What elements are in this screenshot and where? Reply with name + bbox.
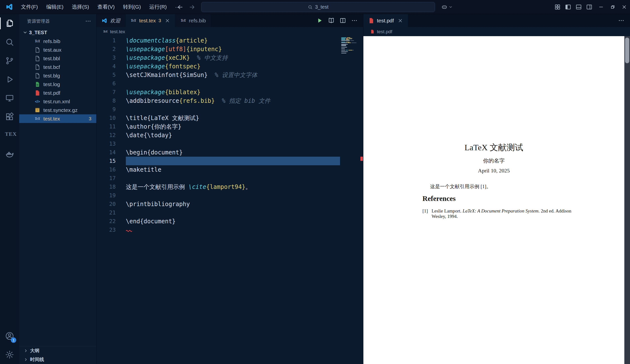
- tab-欢迎[interactable]: 欢迎: [96, 14, 126, 27]
- code-line-text: \author{你的名字}: [116, 123, 182, 131]
- tex-file-icon: TeX: [34, 38, 40, 44]
- code-lines: 1\documentclass{article}2\usepackage[utf…: [96, 36, 342, 234]
- panel-left-icon[interactable]: [565, 4, 572, 10]
- code-line-11[interactable]: 11\author{你的名字}: [96, 122, 342, 131]
- copilot-icon[interactable]: [441, 4, 448, 10]
- pdf-scrollbar-thumb[interactable]: [625, 38, 629, 63]
- tree-item-test.blg[interactable]: test.blg: [19, 71, 96, 80]
- command-center[interactable]: 3_test: [201, 2, 435, 12]
- file-name: test.pdf: [43, 90, 60, 96]
- code-line-19[interactable]: 19: [96, 191, 342, 200]
- code-line-2[interactable]: 2\usepackage[utf8]{inputenc}: [96, 45, 342, 53]
- panel-right-icon[interactable]: [586, 4, 592, 10]
- activity-item-explorer[interactable]: [0, 14, 19, 33]
- breadcrumb[interactable]: test.pdf: [364, 27, 630, 36]
- activity-item-settings[interactable]: [0, 345, 19, 364]
- tree-item-test.pdf[interactable]: test.pdf: [19, 88, 96, 97]
- menu-item[interactable]: 文件(F): [17, 2, 42, 12]
- code-line-12[interactable]: 12\date{\today}: [96, 131, 342, 139]
- code-line-5[interactable]: 5\setCJKmainfont{SimSun} % 设置中文字体: [96, 71, 342, 79]
- tree-item-test.log[interactable]: test.log: [19, 80, 96, 88]
- window-control-restore[interactable]: [607, 0, 618, 14]
- code-line-9[interactable]: 9: [96, 105, 342, 114]
- code-line-7[interactable]: 7\usepackage{biblatex}: [96, 88, 342, 96]
- code-editor[interactable]: 1\documentclass{article}2\usepackage[utf…: [96, 36, 363, 364]
- close-icon[interactable]: [398, 18, 403, 23]
- command-center-text: 3_test: [315, 4, 328, 10]
- activity-item-accounts[interactable]: 1: [0, 327, 19, 345]
- menu-item[interactable]: 编辑(E): [42, 2, 68, 12]
- minimap-token: [341, 39, 346, 39]
- code-line-21[interactable]: 21: [96, 208, 342, 217]
- menu-item[interactable]: 查看(V): [93, 2, 119, 12]
- sidebar-section-大纲[interactable]: 大纲: [19, 346, 96, 355]
- tree-item-test.aux[interactable]: test.aux: [19, 45, 96, 54]
- activity-bar-bottom: 1: [0, 327, 19, 364]
- menu-item[interactable]: 运行(R): [145, 2, 171, 12]
- tree-item-refs.bib[interactable]: TeXrefs.bib: [19, 37, 96, 45]
- code-line-18[interactable]: 18这是一个文献引用示例 \cite{lamport94}。: [96, 182, 342, 191]
- back-icon[interactable]: [177, 4, 184, 10]
- code-line-14[interactable]: 14\begin{document}: [96, 148, 342, 157]
- more-actions-icon[interactable]: [85, 18, 91, 24]
- code-line-6[interactable]: 6: [96, 79, 342, 88]
- code-token: \usepackage: [126, 63, 165, 70]
- tab-test.tex[interactable]: TeXtest.tex3: [126, 14, 175, 27]
- line-number: 14: [96, 149, 116, 155]
- sidebar-section-时间线[interactable]: 时间线: [19, 355, 96, 364]
- tab-refs.bib[interactable]: TeXrefs.bib: [175, 14, 211, 27]
- tree-item-test.bcf[interactable]: test.bcf: [19, 63, 96, 71]
- more-icon[interactable]: [618, 17, 624, 24]
- tree-item-test.synctex.gz[interactable]: test.synctex.gz: [19, 106, 96, 114]
- tree-item-test.bbl[interactable]: test.bbl: [19, 54, 96, 63]
- code-line-17[interactable]: 17: [96, 174, 342, 182]
- code-line-10[interactable]: 10\title{LaTeX 文献测试}: [96, 114, 342, 122]
- run-icon[interactable]: [316, 17, 323, 24]
- vscode-icon: [102, 18, 107, 24]
- code-line-16[interactable]: 16\maketitle: [96, 165, 342, 174]
- window-control-minimize[interactable]: [595, 0, 607, 14]
- split-editor-icon[interactable]: [340, 17, 346, 24]
- tree-item-test.tex[interactable]: TeXtest.tex3: [19, 114, 96, 123]
- layout-grid-icon[interactable]: [554, 4, 561, 10]
- panel-bottom-icon[interactable]: [575, 4, 582, 10]
- activity-item-remote-explorer[interactable]: [0, 89, 19, 107]
- code-token: \cite: [188, 183, 206, 190]
- chevron-down-icon[interactable]: [448, 5, 453, 9]
- code-line-15[interactable]: 15: [96, 157, 342, 165]
- activity-item-extensions[interactable]: [0, 107, 19, 126]
- window-control-close[interactable]: [618, 0, 630, 14]
- activity-item-latex-workshop[interactable]: TEX: [0, 126, 19, 145]
- open-preview-icon[interactable]: [328, 17, 334, 24]
- pdf-reference-text: Leslie Lamport. LaTeX: A Document Prepar…: [432, 208, 579, 219]
- close-icon[interactable]: [165, 18, 170, 23]
- tabs: 欢迎TeXtest.tex3TeXrefs.bib: [96, 14, 211, 27]
- pdf-scrollbar[interactable]: [624, 36, 630, 364]
- more-icon[interactable]: [351, 17, 358, 24]
- forward-icon[interactable]: [188, 4, 196, 10]
- vscode-logo-icon: [6, 3, 13, 11]
- activity-item-source-control[interactable]: [0, 51, 19, 70]
- code-line-1[interactable]: 1\documentclass{article}: [96, 36, 342, 45]
- code-line-4[interactable]: 4\usepackage{fontspec}: [96, 62, 342, 71]
- tab-bar: test.pdf: [364, 14, 630, 27]
- code-line-8[interactable]: 8\addbibresource{refs.bib} % 指定 bib 文件: [96, 96, 342, 105]
- titlebar-layout-controls: [554, 0, 592, 14]
- code-line-3[interactable]: 3\usepackage{xeCJK} % 中文支持: [96, 53, 342, 62]
- code-line-22[interactable]: 22\end{document}: [96, 217, 342, 226]
- code-line-23[interactable]: 23: [96, 226, 342, 234]
- tab-test.pdf[interactable]: test.pdf: [364, 14, 408, 27]
- code-line-20[interactable]: 20\printbibliography: [96, 200, 342, 208]
- code-line-13[interactable]: 13: [96, 139, 342, 148]
- menu-item[interactable]: 转到(G): [119, 2, 145, 12]
- line-number: 8: [96, 98, 116, 104]
- minimap[interactable]: [341, 36, 358, 54]
- tree-root-folder[interactable]: 3_TEST: [19, 28, 96, 37]
- activity-item-docker[interactable]: [0, 145, 19, 164]
- line-number: 22: [96, 218, 116, 224]
- menu-item[interactable]: 选择(S): [68, 2, 93, 12]
- breadcrumb[interactable]: TeX test.tex: [96, 27, 363, 36]
- activity-item-run-debug[interactable]: [0, 70, 19, 89]
- activity-item-search[interactable]: [0, 33, 19, 51]
- tree-item-test.run.xml[interactable]: </>test.run.xml: [19, 97, 96, 106]
